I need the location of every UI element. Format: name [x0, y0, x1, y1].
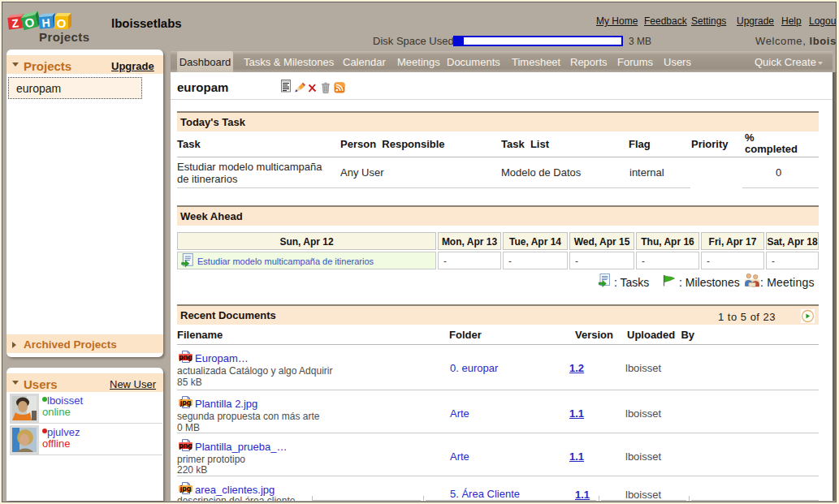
svg-text:O: O	[57, 16, 67, 30]
svg-text:H: H	[41, 16, 50, 30]
